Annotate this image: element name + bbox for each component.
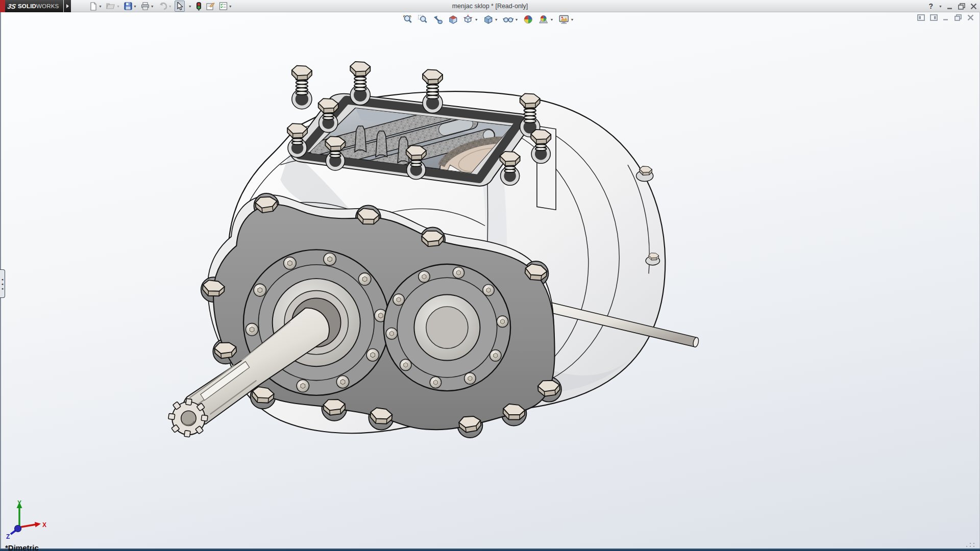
triad-x-arrow xyxy=(35,522,41,528)
headsup-view-toolbar: ▼ ▼ ▼ xyxy=(401,13,576,26)
pane-toggle-left-icon[interactable] xyxy=(917,14,925,21)
section-view-icon xyxy=(448,14,458,24)
restore-button[interactable] xyxy=(958,3,966,10)
gearbox-3d-model[interactable] xyxy=(0,12,980,551)
help-dropdown-arrow[interactable]: ▼ xyxy=(939,5,942,8)
zoom-to-area-button[interactable] xyxy=(416,13,429,26)
display-style-button[interactable]: ▼ xyxy=(481,13,500,26)
previous-view-icon xyxy=(432,14,443,24)
previous-view-button[interactable] xyxy=(431,13,445,26)
display-style-icon xyxy=(483,14,494,24)
window-controls: ? ▼ xyxy=(929,0,977,12)
apply-scene-dropdown[interactable]: ▼ xyxy=(550,18,554,21)
triad-y-label: Y xyxy=(17,499,21,507)
zoom-to-fit-button[interactable] xyxy=(401,13,414,26)
pto-cover-assembly xyxy=(384,264,510,391)
feature-pane-handle[interactable]: ◂ ◂ ◂ xyxy=(0,269,5,298)
triad-origin xyxy=(15,525,21,532)
resize-grip[interactable] xyxy=(965,542,978,548)
edit-appearance-button[interactable] xyxy=(522,13,535,26)
spline-end xyxy=(168,398,208,437)
pane-arrow-icon: ◂ xyxy=(2,287,4,290)
view-settings-button[interactable]: ▼ xyxy=(556,13,575,26)
minimize-button[interactable] xyxy=(947,3,953,10)
view-orientation-button[interactable]: ▼ xyxy=(461,13,480,26)
section-view-button[interactable] xyxy=(446,13,460,26)
restore-document-button[interactable] xyxy=(954,14,962,21)
view-orientation-label: *Dimetric xyxy=(5,543,39,551)
hide-show-dropdown[interactable]: ▼ xyxy=(515,18,519,21)
window-title: menjac sklop * [Read-only] xyxy=(0,0,980,12)
reference-triad: Y X Z xyxy=(4,498,50,542)
graphics-viewport[interactable]: ▼ ▼ ▼ xyxy=(0,12,980,551)
view-settings-icon xyxy=(558,14,569,24)
window-frame-bottom xyxy=(0,548,980,551)
close-document-button[interactable] xyxy=(967,14,974,21)
help-button[interactable]: ? xyxy=(929,2,934,10)
view-orientation-dropdown[interactable]: ▼ xyxy=(475,18,478,21)
zoom-to-fit-icon xyxy=(403,14,413,24)
triad-x-label: X xyxy=(42,521,46,529)
apply-scene-button[interactable]: ▼ xyxy=(536,13,555,26)
display-style-dropdown[interactable]: ▼ xyxy=(495,18,498,21)
appearance-ball-icon xyxy=(523,14,533,24)
minimize-document-button[interactable] xyxy=(943,14,949,21)
eyeglasses-icon xyxy=(503,14,514,24)
hide-show-items-button[interactable]: ▼ xyxy=(501,13,520,26)
document-window-controls xyxy=(917,14,974,21)
pane-arrow-icon: ◂ xyxy=(2,282,4,286)
close-button[interactable] xyxy=(970,3,977,10)
view-settings-dropdown[interactable]: ▼ xyxy=(570,18,574,21)
pane-arrow-icon: ◂ xyxy=(2,278,4,281)
view-orientation-icon xyxy=(463,14,474,24)
triad-z-label: Z xyxy=(6,533,10,540)
pane-toggle-right-icon[interactable] xyxy=(930,14,938,21)
apply-scene-icon xyxy=(538,14,549,24)
zoom-to-area-icon xyxy=(418,14,428,24)
titlebar: 3S SOLIDWORKS ▼ ▼ ▼ xyxy=(0,0,980,12)
